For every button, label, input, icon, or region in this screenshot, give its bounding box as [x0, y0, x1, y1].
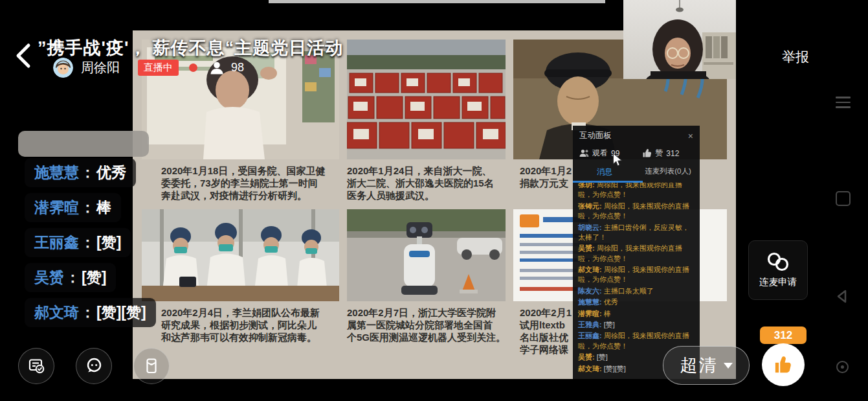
host-info-row: 周徐阳 直播中 98 — [53, 58, 244, 78]
viewer-person-icon — [209, 60, 225, 76]
red-packet-button[interactable] — [133, 348, 170, 384]
back-button[interactable] — [13, 41, 34, 70]
slide-photo-medics: 2020年2月4日，李兰娟团队公布最新 研究成果，根据初步测试，阿比朵儿 和达芦… — [142, 209, 339, 356]
viewer-count: 98 — [231, 61, 244, 74]
quality-label: 超清 — [680, 354, 718, 377]
panel-close-icon[interactable]: × — [688, 132, 693, 141]
like-button[interactable] — [762, 343, 805, 386]
back-chevron-icon — [13, 41, 34, 70]
panel-title: 互动面板 — [579, 130, 612, 141]
photo-supplies — [347, 40, 506, 159]
slide-top-edge — [269, 0, 605, 3]
slide-photo-supplies: 2020年1月24日，来自浙大一院、 浙大二院、浙大邵逸夫医院的15名 医务人员… — [347, 40, 506, 201]
photo-5g-robot — [347, 209, 506, 301]
overlay-message: 吴赟：[赞] — [25, 263, 116, 292]
thumbs-up-icon — [771, 352, 796, 377]
panel-chat-message: 吴赟:周徐阳，我来围观你的直播啦，为你点赞！ — [578, 244, 695, 264]
android-home-icon[interactable] — [836, 361, 849, 373]
overlay-message-text: 优秀 — [96, 164, 126, 181]
comment-button[interactable] — [76, 348, 112, 384]
chevron-down-icon — [724, 363, 733, 369]
panel-likes-stat: 赞 312 — [643, 148, 679, 159]
live-status-badge: 直播中 — [138, 60, 179, 76]
comment-bubble-icon — [84, 356, 104, 376]
interaction-panel: 互动面板 × 观看 99 赞 312 — [573, 126, 700, 379]
mouse-cursor — [612, 153, 623, 170]
report-button[interactable]: 举报 — [782, 48, 809, 66]
overlay-message-text: [赞] — [96, 234, 121, 251]
android-recents-icon[interactable] — [836, 191, 851, 206]
chat-overlay: 施慧慧：优秀 潜霁暄：棒 王丽鑫：[赞] 吴赟：[赞] 郝文琦：[赞][赞] — [25, 158, 156, 327]
panel-chat-message: 胡晓云:主播口齿伶俐，反应灵敏，太棒了！ — [578, 223, 695, 243]
live-stream-screen: 2020年1月18日，受国务院、国家卫健 委委托，73岁的李兰娟院士第一时间 奔… — [0, 0, 868, 401]
faded-message-pill — [18, 131, 149, 157]
panel-chat-message: 郝文琦:周徐阳，我来围观你的直播啦，为你点赞！ — [578, 265, 695, 285]
menu-icon[interactable] — [836, 97, 851, 111]
slide-caption-2: 2020年1月24日，来自浙大一院、 浙大二院、浙大邵逸夫医院的15名 医务人员… — [347, 165, 506, 201]
slide-caption-1: 2020年1月18日，受国务院、国家卫健 委委托，73岁的李兰娟院士第一时间 奔… — [142, 165, 339, 201]
red-packet-icon — [142, 357, 161, 375]
panel-stats: 观看 99 赞 312 — [573, 143, 700, 161]
overlay-message: 潜霁暄：棒 — [25, 193, 121, 222]
checkin-button[interactable] — [18, 348, 54, 384]
panel-chat-message: 陈友六:主播口条太顺了 — [578, 286, 695, 296]
overlay-message: 郝文琦：[赞][赞] — [25, 298, 156, 327]
panel-chat-message: 施慧慧:优秀 — [578, 297, 695, 307]
overlay-message-text: 棒 — [96, 199, 111, 216]
android-back-icon[interactable] — [834, 289, 849, 306]
like-count-badge: 312 — [760, 327, 807, 344]
quality-selector[interactable]: 超清 — [663, 346, 750, 385]
mic-connect-button[interactable]: 连麦申请 — [748, 240, 808, 300]
panel-chat-message: 潜霁暄:棒 — [578, 309, 695, 319]
tab-mic-list[interactable]: 连麦列表(0人) — [636, 166, 700, 183]
panel-tabs: 消息 连麦列表(0人) — [573, 166, 700, 183]
overlay-message: 施慧慧：优秀 — [25, 158, 136, 187]
webcam-video — [623, 0, 736, 79]
overlay-message-text: [赞][赞] — [96, 304, 146, 321]
slide-photo-robot: 2020年2月7日，浙江大学医学院附 属第一医院城站分院部署地全国首 个5G医用… — [347, 209, 506, 356]
photo-research-team — [142, 209, 339, 301]
host-avatar[interactable] — [53, 58, 73, 78]
overlay-message: 王丽鑫：[赞] — [25, 228, 131, 257]
stream-title: ”携手战'疫'， 薪传不息“主题党日活动 — [38, 36, 343, 60]
checkin-icon — [27, 357, 45, 375]
likes-icon — [643, 149, 652, 157]
slide-caption-5: 2020年2月7日，浙江大学医学院附 属第一医院城站分院部署地全国首 个5G医用… — [347, 306, 506, 343]
panel-chat-message: 张玥:周徐阳，我来围观你的直播啦，为你点赞！ — [578, 183, 695, 200]
host-name: 周徐阳 — [81, 59, 120, 76]
panel-chat-message: 王雅典:[赞] — [578, 320, 695, 330]
recording-dot-icon — [189, 63, 197, 72]
slide-caption-4: 2020年2月4日，李兰娟团队公布最新 研究成果，根据初步测试，阿比朵儿 和达芦… — [142, 306, 339, 343]
active-tab-underline — [573, 181, 643, 183]
mic-connect-label: 连麦申请 — [759, 276, 797, 288]
panel-chat-message: 张铸元:周徐阳，我来围观你的直播啦，为你点赞！ — [578, 201, 695, 222]
link-rings-icon — [765, 252, 791, 271]
viewers-icon — [579, 149, 589, 157]
overlay-message-text: [赞] — [82, 269, 106, 286]
panel-likes-value: 312 — [666, 149, 679, 158]
